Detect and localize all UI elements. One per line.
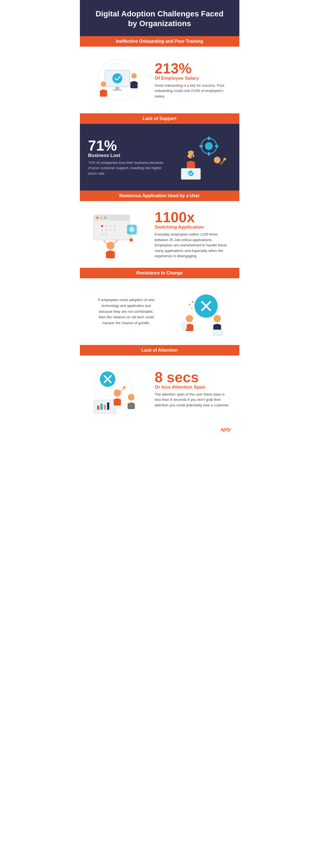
svg-rect-77 <box>107 402 109 410</box>
section-banner-4: Resistance to Change <box>80 268 239 278</box>
section-banner-2: Lack of Support <box>80 113 239 124</box>
svg-point-3 <box>112 73 122 83</box>
page-header: Digital Adoption Challenges Faced by Org… <box>80 0 239 36</box>
svg-rect-13 <box>208 152 210 156</box>
section-2-content: 71% Business Lost 71% of companies lose … <box>88 138 165 176</box>
svg-point-37 <box>105 225 107 227</box>
section-3-content: 1100x Switching Application Everyday emp… <box>155 210 231 259</box>
section-1-desc: Good onboarding is a key for success. Po… <box>155 83 231 99</box>
section-banner-5: Lack of Attention <box>80 345 239 355</box>
svg-rect-7 <box>100 91 107 97</box>
svg-point-40 <box>101 229 103 231</box>
svg-rect-49 <box>106 252 115 258</box>
section-5-illustration <box>88 364 149 414</box>
svg-line-47 <box>104 241 107 244</box>
section-2-stat: 71% <box>88 138 165 153</box>
svg-point-44 <box>101 233 103 236</box>
svg-rect-63 <box>182 323 186 328</box>
svg-line-48 <box>114 241 117 244</box>
section-3-label: Switching Application <box>155 224 231 230</box>
svg-line-29 <box>221 160 224 164</box>
section-2-desc: 71% of companies lose their business bec… <box>88 160 165 176</box>
svg-point-8 <box>131 73 137 79</box>
section-5: 8 secs Or less Attention Span The attent… <box>80 355 239 422</box>
section-1-row: 213% Of Employee Salary Good onboarding … <box>88 55 231 105</box>
section-3-row: 1100x Switching Application Everyday emp… <box>88 210 231 259</box>
svg-point-27 <box>214 157 220 163</box>
svg-point-52 <box>130 238 133 242</box>
svg-point-64 <box>214 315 221 322</box>
section-banner-3: Numerous Application Used by a User <box>80 190 239 201</box>
svg-point-60 <box>186 315 193 322</box>
svg-rect-32 <box>94 215 130 221</box>
svg-point-36 <box>101 225 103 227</box>
svg-line-79 <box>121 388 124 392</box>
svg-point-46 <box>107 242 114 249</box>
page-title: Digital Adoption Challenges Faced by Org… <box>91 9 228 28</box>
svg-point-11 <box>205 142 213 150</box>
svg-rect-67 <box>214 331 222 334</box>
svg-point-42 <box>109 229 111 231</box>
svg-point-41 <box>105 229 107 231</box>
section-2-row: 71% Business Lost 71% of companies lose … <box>88 132 231 182</box>
section-2-label: Business Lost <box>88 153 165 158</box>
svg-rect-83 <box>128 404 135 409</box>
svg-rect-19 <box>186 153 188 155</box>
svg-point-30 <box>223 158 226 160</box>
svg-point-51 <box>129 227 135 232</box>
svg-point-35 <box>104 217 106 219</box>
section-4-content: If employees resist adoption of new tech… <box>88 297 165 326</box>
section-4-desc: If employees resist adoption of new tech… <box>96 297 157 326</box>
section-3-illustration <box>88 210 149 259</box>
section-1-stat: 213% <box>155 61 231 75</box>
svg-rect-9 <box>130 82 138 88</box>
section-2-illustration <box>170 132 231 182</box>
section-3: 1100x Switching Application Everyday emp… <box>80 201 239 268</box>
section-3-desc: Everyday employees switch 1100 times bet… <box>155 231 231 259</box>
svg-point-38 <box>109 225 111 227</box>
svg-rect-28 <box>214 166 221 172</box>
svg-rect-12 <box>208 137 210 140</box>
svg-rect-76 <box>104 405 106 410</box>
section-1: 213% Of Employee Salary Good onboarding … <box>80 46 239 113</box>
svg-point-57 <box>192 301 194 303</box>
svg-rect-81 <box>114 399 121 406</box>
section-5-label: Or less Attention Span <box>155 384 231 390</box>
section-1-illustration <box>88 55 149 105</box>
brand-logo: apty <box>220 427 231 432</box>
svg-rect-21 <box>192 156 193 158</box>
section-banner-1: Ineffective Onboarding and Poor Training <box>80 36 239 46</box>
svg-point-58 <box>188 304 190 306</box>
svg-point-59 <box>190 307 193 309</box>
svg-rect-23 <box>187 162 195 169</box>
svg-rect-5 <box>113 89 122 91</box>
svg-point-43 <box>113 229 116 231</box>
svg-point-45 <box>105 233 107 236</box>
svg-rect-75 <box>100 404 103 410</box>
section-4-row: If employees resist adoption of new tech… <box>88 287 231 337</box>
svg-rect-22 <box>191 158 194 159</box>
svg-point-33 <box>96 217 99 219</box>
svg-point-34 <box>100 217 102 219</box>
footer: apty <box>80 422 239 438</box>
section-5-stat: 8 secs <box>155 370 231 384</box>
svg-point-78 <box>114 390 121 397</box>
section-1-label: Of Employee Salary <box>155 75 231 81</box>
svg-point-6 <box>101 82 106 87</box>
section-5-row: 8 secs Or less Attention Span The attent… <box>88 364 231 414</box>
svg-rect-74 <box>97 406 99 410</box>
section-5-content: 8 secs Or less Attention Span The attent… <box>155 370 231 408</box>
svg-point-39 <box>113 225 116 227</box>
section-4-illustration <box>170 287 231 337</box>
section-1-content: 213% Of Employee Salary Good onboarding … <box>155 61 231 99</box>
section-3-stat: 1100x <box>155 210 231 224</box>
section-4: If employees resist adoption of new tech… <box>80 278 239 345</box>
svg-rect-20 <box>193 153 195 155</box>
section-2: 71% Business Lost 71% of companies lose … <box>80 124 239 190</box>
svg-rect-4 <box>115 87 119 90</box>
svg-point-80 <box>123 386 126 389</box>
svg-point-82 <box>128 394 135 401</box>
section-5-desc: The attention span of the user these day… <box>155 392 231 408</box>
